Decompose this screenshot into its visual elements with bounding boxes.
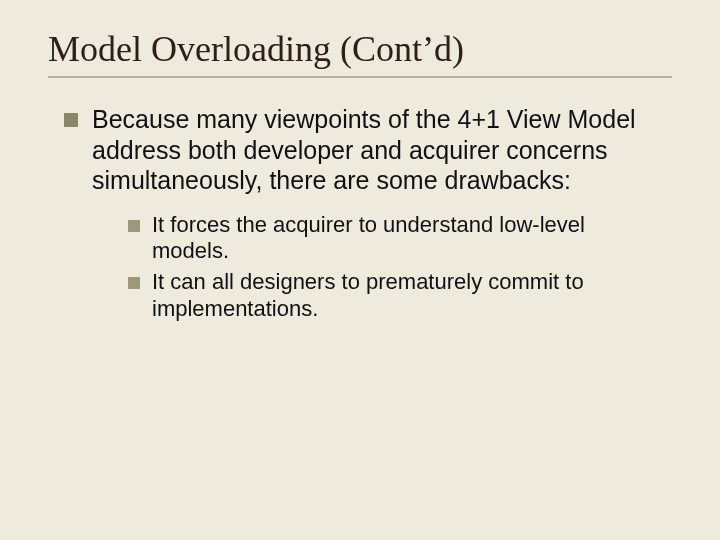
bullet-list: Because many viewpoints of the 4+1 View …	[48, 104, 672, 323]
list-item: It can all designers to prematurely comm…	[128, 269, 664, 323]
page-title: Model Overloading (Cont’d)	[48, 28, 672, 70]
list-item-text: It forces the acquirer to understand low…	[152, 212, 585, 264]
slide: Model Overloading (Cont’d) Because many …	[0, 0, 720, 540]
list-item: Because many viewpoints of the 4+1 View …	[64, 104, 664, 323]
list-item: It forces the acquirer to understand low…	[128, 212, 664, 266]
list-item-text: Because many viewpoints of the 4+1 View …	[92, 105, 636, 194]
list-item-text: It can all designers to prematurely comm…	[152, 269, 584, 321]
title-underline	[48, 76, 672, 78]
sub-bullet-list: It forces the acquirer to understand low…	[92, 212, 664, 323]
